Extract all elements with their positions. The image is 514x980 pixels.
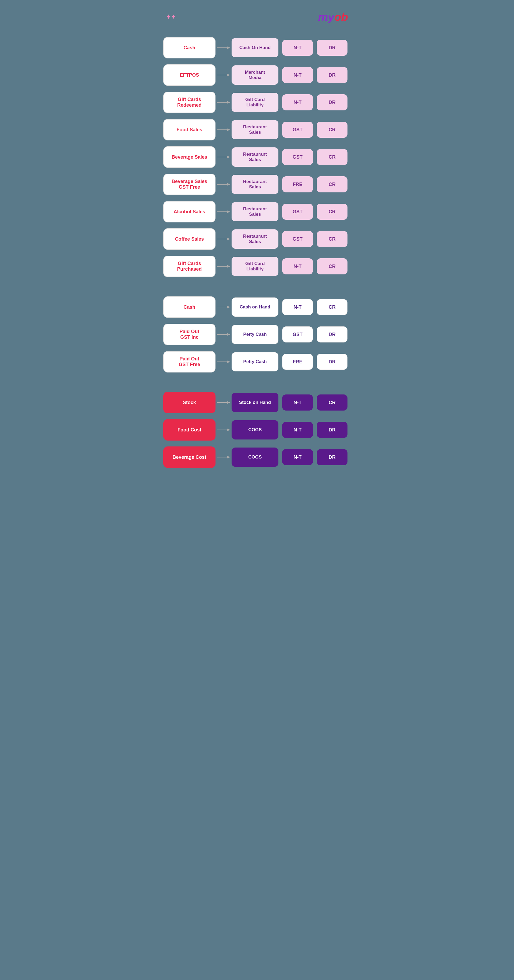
dest-name-gift-cards-purchased[interactable]: Gift Card Liability xyxy=(232,257,278,276)
dest-name-eftpos[interactable]: Merchant Media xyxy=(232,65,278,85)
dest-dr-cr-gift-cards-purchased[interactable]: CR xyxy=(317,258,347,274)
mapping-row-beverage-sales-gst-free: Beverage Sales GST Free Restaurant Sales… xyxy=(161,173,354,195)
source-box-beverage-cost[interactable]: Beverage Cost xyxy=(163,447,216,468)
dest-dr-cr-beverage-sales[interactable]: CR xyxy=(317,149,347,165)
dest-dr-cr-alcohol-sales[interactable]: CR xyxy=(317,204,347,220)
source-box-eftpos[interactable]: EFTPOS xyxy=(163,64,216,86)
svg-marker-11 xyxy=(227,183,230,186)
dest-dr-cr-coffee-sales[interactable]: CR xyxy=(317,231,347,247)
mapping-row-paid-out-gst-free: Paid Out GST Free Petty CashFREDR xyxy=(161,351,354,372)
dest-name-cash-1[interactable]: Cash On Hand xyxy=(232,38,278,57)
dest-name-stock[interactable]: Stock on Hand xyxy=(232,393,278,412)
dest-tag-paid-out-gst-inc[interactable]: GST xyxy=(282,326,313,342)
svg-marker-5 xyxy=(227,101,230,104)
dest-dr-cr-paid-out-gst-free[interactable]: DR xyxy=(317,354,347,370)
dest-group-beverage-sales-gst-free: Restaurant SalesFRECR xyxy=(232,175,347,194)
dest-dr-cr-gift-cards-redeemed[interactable]: DR xyxy=(317,94,347,110)
dest-name-alcohol-sales[interactable]: Restaurant Sales xyxy=(232,202,278,221)
dest-name-beverage-sales[interactable]: Restaurant Sales xyxy=(232,147,278,167)
redcat-dots-icon: ✦✦ xyxy=(166,14,176,21)
dest-dr-cr-cash-2[interactable]: CR xyxy=(317,299,347,315)
arrow-food-cost xyxy=(216,427,232,433)
source-box-paid-out-gst-free[interactable]: Paid Out GST Free xyxy=(163,351,216,372)
source-box-cash-1[interactable]: Cash xyxy=(163,37,216,59)
dest-name-food-sales[interactable]: Restaurant Sales xyxy=(232,120,278,139)
dest-name-gift-cards-redeemed[interactable]: Gift Card Liability xyxy=(232,93,278,112)
dest-name-beverage-sales-gst-free[interactable]: Restaurant Sales xyxy=(232,175,278,194)
dest-dr-cr-cash-1[interactable]: DR xyxy=(317,40,347,56)
dest-name-cash-2[interactable]: Cash on Hand xyxy=(232,298,278,317)
mapping-row-cash-1: Cash Cash On HandN-TDR xyxy=(161,37,354,59)
source-box-coffee-sales[interactable]: Coffee Sales xyxy=(163,228,216,250)
svg-marker-25 xyxy=(227,401,230,404)
rows-container: Cash Cash On HandN-TDREFTPOS Merchant Me… xyxy=(161,37,354,468)
dest-tag-cash-2[interactable]: N-T xyxy=(282,299,313,315)
dest-dr-cr-paid-out-gst-inc[interactable]: DR xyxy=(317,326,347,342)
redcat-logo: ✦✦ xyxy=(166,14,178,21)
source-box-food-sales[interactable]: Food Sales xyxy=(163,119,216,140)
dest-group-gift-cards-purchased: Gift Card LiabilityN-TCR xyxy=(232,257,347,276)
myob-logo: myob xyxy=(318,11,348,24)
source-box-beverage-sales-gst-free[interactable]: Beverage Sales GST Free xyxy=(163,173,216,195)
dest-name-paid-out-gst-free[interactable]: Petty Cash xyxy=(232,352,278,371)
dest-name-coffee-sales[interactable]: Restaurant Sales xyxy=(232,229,278,249)
dest-dr-cr-beverage-cost[interactable]: DR xyxy=(317,449,347,465)
dest-dr-cr-food-cost[interactable]: DR xyxy=(317,422,347,438)
dest-dr-cr-food-sales[interactable]: CR xyxy=(317,122,347,138)
source-box-beverage-sales[interactable]: Beverage Sales xyxy=(163,146,216,168)
header: ✦✦ myob xyxy=(161,8,354,26)
dest-tag-eftpos[interactable]: N-T xyxy=(282,67,313,83)
svg-marker-3 xyxy=(227,74,230,76)
source-box-cash-2[interactable]: Cash xyxy=(163,296,216,318)
dest-tag-coffee-sales[interactable]: GST xyxy=(282,231,313,247)
svg-marker-19 xyxy=(227,306,230,309)
dest-group-paid-out-gst-inc: Petty CashGSTDR xyxy=(232,325,347,344)
mapping-row-beverage-sales: Beverage Sales Restaurant SalesGSTCR xyxy=(161,146,354,168)
arrow-gift-cards-purchased xyxy=(216,264,232,269)
mapping-row-gift-cards-purchased: Gift Cards Purchased Gift Card Liability… xyxy=(161,256,354,277)
mapping-row-gift-cards-redeemed: Gift Cards Redeemed Gift Card LiabilityN… xyxy=(161,92,354,113)
dest-tag-beverage-sales-gst-free[interactable]: FRE xyxy=(282,176,313,192)
dest-name-paid-out-gst-inc[interactable]: Petty Cash xyxy=(232,325,278,344)
dest-tag-beverage-sales[interactable]: GST xyxy=(282,149,313,165)
dest-tag-food-sales[interactable]: GST xyxy=(282,122,313,138)
arrow-eftpos xyxy=(216,72,232,78)
arrow-paid-out-gst-free xyxy=(216,359,232,364)
svg-marker-17 xyxy=(227,265,230,268)
dest-group-stock: Stock on HandN-TCR xyxy=(232,393,347,412)
source-box-alcohol-sales[interactable]: Alcohol Sales xyxy=(163,201,216,223)
dest-name-beverage-cost[interactable]: COGS xyxy=(232,447,278,467)
dest-group-eftpos: Merchant MediaN-TDR xyxy=(232,65,347,85)
arrow-beverage-cost xyxy=(216,455,232,460)
dest-dr-cr-beverage-sales-gst-free[interactable]: CR xyxy=(317,176,347,192)
source-box-stock[interactable]: Stock xyxy=(163,392,216,413)
dest-tag-alcohol-sales[interactable]: GST xyxy=(282,204,313,220)
dest-group-beverage-sales: Restaurant SalesGSTCR xyxy=(232,147,347,167)
source-box-gift-cards-redeemed[interactable]: Gift Cards Redeemed xyxy=(163,92,216,113)
dest-group-alcohol-sales: Restaurant SalesGSTCR xyxy=(232,202,347,221)
svg-marker-13 xyxy=(227,210,230,213)
dest-tag-cash-1[interactable]: N-T xyxy=(282,40,313,56)
source-box-gift-cards-purchased[interactable]: Gift Cards Purchased xyxy=(163,256,216,277)
svg-marker-15 xyxy=(227,238,230,240)
svg-marker-1 xyxy=(227,46,230,49)
arrow-cash-2 xyxy=(216,304,232,310)
dest-group-food-cost: COGSN-TDR xyxy=(232,420,347,439)
myob-my: my xyxy=(318,11,335,23)
dest-tag-stock[interactable]: N-T xyxy=(282,395,313,410)
dest-tag-gift-cards-purchased[interactable]: N-T xyxy=(282,258,313,274)
svg-marker-9 xyxy=(227,156,230,158)
source-box-food-cost[interactable]: Food Cost xyxy=(163,419,216,441)
source-box-paid-out-gst-inc[interactable]: Paid Out GST Inc xyxy=(163,324,216,345)
dest-tag-food-cost[interactable]: N-T xyxy=(282,422,313,438)
dest-tag-gift-cards-redeemed[interactable]: N-T xyxy=(282,94,313,110)
svg-marker-23 xyxy=(227,360,230,363)
svg-marker-29 xyxy=(227,456,230,458)
dest-name-food-cost[interactable]: COGS xyxy=(232,420,278,439)
dest-tag-beverage-cost[interactable]: N-T xyxy=(282,449,313,465)
dest-dr-cr-stock[interactable]: CR xyxy=(317,395,347,410)
dest-tag-paid-out-gst-free[interactable]: FRE xyxy=(282,354,313,370)
arrow-paid-out-gst-inc xyxy=(216,332,232,337)
mapping-row-food-cost: Food Cost COGSN-TDR xyxy=(161,419,354,441)
dest-dr-cr-eftpos[interactable]: DR xyxy=(317,67,347,83)
